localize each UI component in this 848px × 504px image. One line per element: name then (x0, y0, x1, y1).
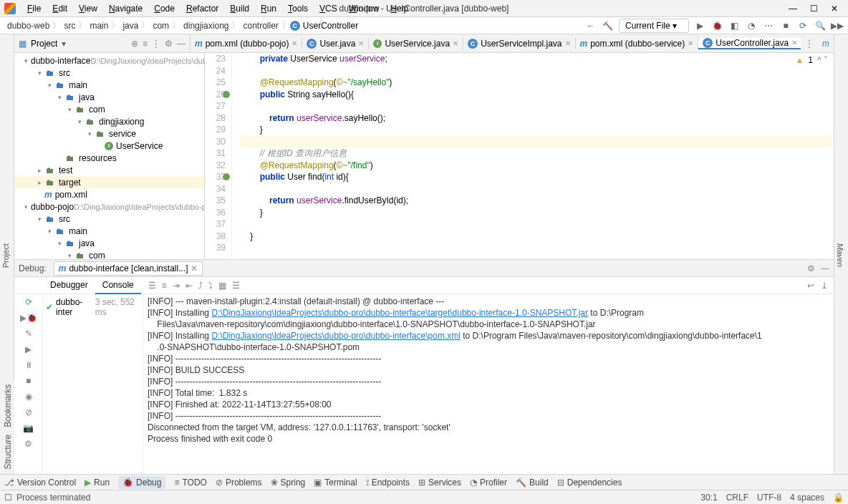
rerun-icon[interactable]: ⟳ (25, 297, 32, 307)
tool-build[interactable]: 🔨 Build (516, 478, 549, 488)
run-config-dropdown[interactable]: Current File ▾ (619, 19, 689, 33)
debugger-subtab[interactable]: Debugger (43, 277, 95, 294)
caret-position[interactable]: 30:1 (700, 493, 717, 503)
run-icon[interactable]: ▶ (693, 19, 706, 32)
editor-tab[interactable]: CUserServiceImpl.java✕ (463, 38, 575, 49)
menu-view[interactable]: View (73, 2, 103, 15)
tool-terminal[interactable]: ▣ Terminal (314, 478, 357, 488)
hide-icon[interactable]: — (821, 263, 829, 273)
close-icon[interactable]: ✕ (358, 39, 364, 47)
tree-node[interactable]: ▾🖿src (14, 213, 204, 225)
tree-node[interactable]: ▾🖿com (14, 103, 204, 115)
view-breakpoints-icon[interactable]: ◉ (25, 392, 32, 402)
close-icon[interactable]: ✕ (565, 39, 571, 47)
run-anything-icon[interactable]: ▶▶ (831, 19, 844, 32)
tool-todo[interactable]: ≡ TODO (174, 478, 206, 488)
indent[interactable]: 4 spaces (790, 493, 824, 503)
tree-node[interactable]: ▾🖿src (14, 67, 204, 79)
console-output[interactable]: [INFO] --- maven-install-plugin:2.4:inst… (143, 294, 834, 474)
thread-dump-icon[interactable]: 📷 (23, 423, 34, 433)
resume-icon[interactable]: ▶ (25, 344, 32, 354)
coverage-icon[interactable]: ◧ (728, 19, 741, 32)
tree-node[interactable]: mpom.xml (14, 188, 204, 200)
minimize-icon[interactable]: — (789, 4, 797, 14)
breadcrumb-dubbo-web[interactable]: dubbo-web (4, 21, 52, 31)
menu-navigate[interactable]: Navigate (103, 2, 148, 15)
tabs-more-icon[interactable]: ⋮ (801, 39, 818, 49)
settings-icon[interactable]: ⚙ (24, 439, 32, 449)
search-icon[interactable]: 🔍 (814, 19, 827, 32)
hide-icon[interactable]: — (177, 39, 186, 49)
breadcrumb-controller[interactable]: controller (240, 21, 281, 31)
tree-node[interactable]: ▾🖿service (14, 127, 204, 140)
settings-icon[interactable]: ⚙ (165, 39, 173, 49)
tool-services[interactable]: ⊞ Services (418, 478, 461, 488)
menu-refactor[interactable]: Refactor (180, 2, 224, 15)
breadcrumb-com[interactable]: com (150, 21, 172, 31)
maven-tab[interactable]: Maven (834, 238, 846, 273)
breadcrumb-src[interactable]: src (61, 21, 78, 31)
close-icon[interactable]: ✕ (292, 39, 297, 47)
tree-node[interactable]: ▾🖿java (14, 91, 204, 103)
back-icon[interactable]: ← (584, 19, 597, 32)
editor-tab[interactable]: CUser.java✕ (302, 38, 369, 49)
editor-tab[interactable]: IUserService.java✕ (369, 38, 463, 49)
vcs-update-icon[interactable]: ⟳ (796, 19, 809, 32)
tool-spring[interactable]: ❀ Spring (271, 478, 306, 488)
gear-icon[interactable]: ⚙ (807, 263, 815, 273)
breadcrumb-main[interactable]: main (87, 21, 111, 31)
tree-node[interactable]: ▾dubbo-pojo D:\DingJiaxiong\IdeaProjects… (14, 200, 204, 213)
close-icon[interactable]: ✕ (191, 263, 198, 273)
editor-tab[interactable]: mpom.xml (dubbo-pojo)✕ (191, 38, 302, 49)
tree-node[interactable]: ▾dubbo-interface D:\DingJiaxiong\IdeaPro… (14, 54, 204, 67)
hammer-icon[interactable]: 🔨 (602, 19, 615, 32)
menu-run[interactable]: Run (255, 2, 282, 15)
profile-icon[interactable]: ◔ (745, 19, 758, 32)
tree-node[interactable]: IUserService (14, 140, 204, 152)
tool-endpoints[interactable]: ⟟ Endpoints (366, 478, 410, 488)
pause-icon[interactable]: ⏸ (24, 360, 33, 370)
stop-icon[interactable]: ■ (26, 376, 31, 386)
code-editor[interactable]: ▲ 1 ^ ˅ private UserService userService;… (232, 53, 834, 259)
modify-icon[interactable]: ✎ (25, 329, 32, 339)
close-icon[interactable]: ✕ (453, 39, 458, 47)
project-tree[interactable]: ▾dubbo-interface D:\DingJiaxiong\IdeaPro… (14, 53, 205, 259)
mute-breakpoints-icon[interactable]: ⊘ (25, 407, 32, 417)
structure-tool-tab[interactable]: Structure (1, 435, 13, 470)
stop-icon[interactable]: ■ (779, 19, 792, 32)
inspection-indicator[interactable]: ▲ 1 ^ ˅ (795, 54, 828, 67)
tool-problems[interactable]: ⊘ Problems (216, 478, 262, 488)
collapse-all-icon[interactable]: ⋮ (152, 39, 160, 49)
debug-panel-tab[interactable]: m dubbo-interface [clean,install...] ✕ (54, 261, 203, 276)
menu-code[interactable]: Code (148, 2, 180, 15)
tree-node[interactable]: ▸🖿target (14, 176, 204, 188)
scroll-end-icon[interactable]: ⤓ (821, 281, 828, 291)
menu-edit[interactable]: Edit (47, 2, 73, 15)
tree-node[interactable]: ▾🖿java (14, 237, 204, 249)
close-icon[interactable]: ✕ (688, 39, 693, 47)
breadcrumb-java[interactable]: java (120, 21, 141, 31)
more-icon[interactable]: ⋯ (762, 19, 775, 32)
select-opened-icon[interactable]: ⊕ (131, 39, 138, 49)
view-mode-dropdown-icon[interactable]: ▾ (62, 39, 66, 49)
debug-icon[interactable]: 🐞 (710, 19, 723, 32)
maven-icon[interactable]: m (818, 39, 834, 49)
editor-tab[interactable]: mpom.xml (dubbo-service)✕ (576, 38, 699, 49)
debug-run-tree[interactable]: ✔ dubbo-inter 3 sec, 552 ms (43, 294, 143, 474)
breadcrumb-class[interactable]: C UserController (290, 21, 358, 31)
tree-node[interactable]: ▾🖿main (14, 225, 204, 237)
expand-all-icon[interactable]: ≡ (143, 39, 148, 49)
tree-node[interactable]: ▸🖿test (14, 164, 204, 176)
close-icon[interactable]: ✕ (831, 4, 838, 14)
tool-version-control[interactable]: ⎇ Version Control (4, 478, 76, 488)
tool-dependencies[interactable]: ⊟ Dependencies (557, 478, 622, 488)
line-separator[interactable]: CRLF (726, 493, 748, 503)
tree-node[interactable]: 🖿resources (14, 152, 204, 164)
tool-profiler[interactable]: ◔ Profiler (470, 478, 507, 488)
tree-node[interactable]: ▾🖿com (14, 249, 204, 259)
menu-file[interactable]: File (21, 2, 47, 15)
bookmarks-tool-tab[interactable]: Bookmarks (1, 384, 13, 427)
menu-tools[interactable]: Tools (282, 2, 314, 15)
tool-debug[interactable]: 🐞 Debug (118, 476, 165, 489)
soft-wrap-icon[interactable]: ↩ (807, 281, 814, 291)
